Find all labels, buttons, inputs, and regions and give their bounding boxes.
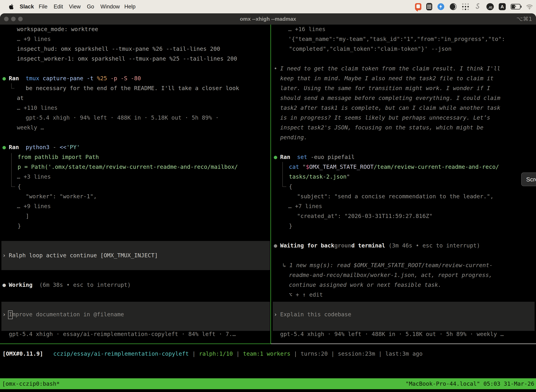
terminal-line: "subject": "send a concise recommendatio… — [0, 191, 536, 201]
window-title-bar[interactable]: omx --xhigh --madmax ⌥⌘1 — [0, 13, 536, 25]
menu-item-window[interactable]: Window — [100, 0, 120, 13]
privacy-shield-icon[interactable] — [426, 3, 432, 10]
window-title: omx --xhigh --madmax — [0, 13, 536, 25]
terminal-text: task2 after task1 is complete, but can I… — [280, 103, 500, 113]
terminal-text: tasks/task-2.json" — [289, 172, 350, 182]
focus-moon-icon[interactable] — [450, 3, 457, 10]
terminal-line: •I need to get the claim token from the … — [0, 64, 536, 73]
terminal-text: Ralph loop active continue [OMX_TMUX_INJ… — [9, 250, 158, 260]
terminal-line: { — [0, 182, 536, 191]
input-source-icon[interactable]: A — [499, 3, 506, 10]
chat-app-icon-tail — [416, 9, 418, 12]
terminal-text: … +16 lines — [288, 24, 325, 34]
terminal-text: ● — [274, 241, 277, 250]
terminal-text: should send a message before completing … — [280, 93, 500, 103]
terminal-text: ⌥ + ↑ edit — [289, 290, 323, 300]
terminal-text: ↳ 1 new msg(s): read $OMX_TEAM_STATE_ROO… — [282, 260, 493, 270]
terminal-text: [OMX#0.11.9] cczip/essay/ai-reimplementa… — [2, 349, 423, 359]
terminal-line: … +16 lines — [0, 24, 536, 34]
terminal-line: keep that in mind. Maybe I also need the… — [0, 73, 536, 83]
terminal-text: '{"team_name":"my-team","task_id":"1","f… — [288, 34, 505, 44]
terminal-line: gpt-5.4 xhigh · 94% left · 488K in · 5.1… — [0, 329, 536, 339]
terminal-text: … +7 lines — [288, 201, 322, 211]
terminal-line: later. Using the same for transition mig… — [0, 83, 536, 93]
terminal-text: keep that in mind. Maybe I also need the… — [280, 73, 494, 83]
screen: Slack File Edit View Go Window Help ..61… — [0, 0, 536, 392]
terminal-line: inspect task2's JSON, focusing on the st… — [0, 123, 536, 132]
grid-dots-icon[interactable] — [462, 3, 469, 10]
menu-status-icons: ..61 A — [415, 0, 534, 13]
terminal-text: cat "$OMX_TEAM_STATE_ROOT/team/review-cu… — [289, 162, 499, 172]
pane-border-bottom-right — [271, 344, 536, 344]
terminal-line: should send a message before completing … — [0, 93, 536, 103]
terminal-line: … +7 lines — [0, 201, 536, 211]
terminal-line: pending. — [0, 132, 536, 142]
tmux-host-time: "MacBook-Pro-44.local" 05:03 31-Mar-26 — [406, 378, 534, 389]
privacy-shield-grid — [427, 5, 431, 9]
tmux-status-bar: [omx-cczip0:bash* "MacBook-Pro-44.local"… — [0, 378, 536, 389]
terminal-line: } — [0, 221, 536, 231]
terminal-line: ●Waiting for background terminal (3m 46s… — [0, 241, 536, 250]
terminal-text: I need to get the claim token from the c… — [280, 64, 500, 73]
terminal-text: • — [274, 64, 277, 73]
count-badge-icon[interactable]: ..61 — [486, 3, 494, 10]
chat-app-icon-inner — [416, 5, 420, 8]
terminal-line: tasks/task-2.json" — [0, 172, 536, 182]
apple-menu-icon[interactable] — [8, 3, 15, 10]
sync-pulse-icon[interactable] — [437, 3, 445, 10]
terminal-line: ›Explain this codebase — [0, 309, 536, 319]
terminal-text: "created_at": "2026-03-31T11:59:27.816Z" — [297, 211, 433, 221]
menu-item-go[interactable]: Go — [87, 0, 94, 13]
terminal-line: task2 after task1 is complete, but can I… — [0, 103, 536, 113]
battery-nub — [521, 6, 522, 8]
terminal-text: is in progress? It seems likely but perh… — [280, 113, 490, 123]
wifi-icon[interactable] — [526, 3, 534, 10]
terminal-text: Ran set -euo pipefail — [280, 152, 355, 162]
terminal-line: readme-and-reco/mailbox/worker-1.json, a… — [0, 270, 536, 280]
window-shortcut-hint: ⌥⌘1 — [517, 13, 532, 25]
terminal-text: Explain this codebase — [280, 309, 351, 319]
terminal-line: '{"team_name":"my-team","task_id":"1","f… — [0, 34, 536, 44]
pane-border-bottom-left — [0, 344, 271, 344]
menu-item-help[interactable]: Help — [124, 0, 136, 13]
terminal-text: { — [289, 182, 292, 191]
terminal-text: ● — [274, 152, 277, 162]
terminal-text: inspect_worker-1: omx sparkshell --tmux-… — [17, 54, 237, 64]
tooltip: Scre — [521, 173, 536, 186]
terminal-text: Waiting for background terminal (3m 46s … — [280, 241, 480, 250]
terminal-text: ● — [2, 142, 6, 152]
terminal-line: ↳ 1 new msg(s): read $OMX_TEAM_STATE_ROO… — [0, 260, 536, 270]
terminal-line: is in progress? It seems likely but perh… — [0, 113, 536, 123]
terminal-line: ›Ralph loop active continue [OMX_TMUX_IN… — [0, 250, 536, 260]
terminal-text: › — [274, 309, 277, 319]
terminal-line: cat "$OMX_TEAM_STATE_ROOT/team/review-cu… — [0, 162, 536, 172]
terminal-line: "completed","claim_token":"claim-token"}… — [0, 44, 536, 54]
menu-item-file[interactable]: File — [39, 0, 48, 13]
terminal-text: readme-and-reco/mailbox/worker-1.json, a… — [289, 270, 492, 280]
menu-item-edit[interactable]: Edit — [54, 0, 63, 13]
terminal-text: pending. — [280, 132, 307, 142]
terminal-text: inspect task2's JSON, focusing on the st… — [280, 123, 483, 132]
terminal-line: continue assigned work or next feasible … — [0, 280, 536, 290]
menu-item-view[interactable]: View — [69, 0, 81, 13]
text-cursor — [8, 311, 13, 319]
tmux-session-label: [omx-cczip0:bash* — [2, 378, 60, 389]
menu-item-app[interactable]: Slack — [20, 0, 34, 13]
squiggle-icon[interactable] — [474, 3, 482, 10]
terminal-text: "subject": "send a concise recommendatio… — [297, 191, 493, 201]
terminal-line: ●Ran set -euo pipefail — [0, 152, 536, 162]
terminal-text: gpt-5.4 xhigh · 94% left · 488K in · 5.1… — [280, 329, 504, 339]
terminal-text: } — [289, 221, 292, 231]
battery-icon[interactable] — [511, 4, 521, 9]
terminal-text: › — [2, 250, 6, 260]
menu-bar: Slack File Edit View Go Window Help ..61… — [0, 0, 536, 13]
chat-app-icon[interactable] — [415, 3, 421, 10]
terminal-text: Ran python3 - <<'PY' — [9, 142, 80, 152]
terminal-line: "created_at": "2026-03-31T11:59:27.816Z" — [0, 211, 536, 221]
terminal-text: later. Using the same for transition mig… — [280, 83, 490, 93]
terminal-line: [OMX#0.11.9] cczip/essay/ai-reimplementa… — [0, 349, 536, 359]
terminal-line: ⌥ + ↑ edit — [0, 290, 536, 300]
terminal-line: ●Ran python3 - <<'PY' — [0, 142, 536, 152]
terminal-text: "completed","claim_token":"claim-token"}… — [289, 44, 452, 54]
terminal-text: continue assigned work or next feasible … — [289, 280, 441, 290]
